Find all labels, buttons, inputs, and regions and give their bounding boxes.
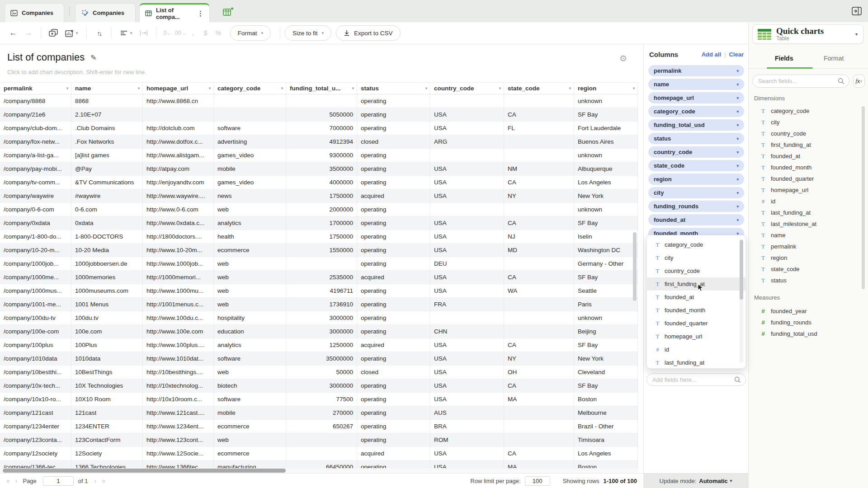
thousands-separator-button[interactable]: ,	[187, 25, 199, 41]
field-item-city[interactable]: Tcity	[749, 117, 868, 128]
table-cell[interactable]: /company/tv-comm...	[0, 176, 71, 189]
table-cell[interactable]: 8868	[71, 94, 143, 108]
table-cell[interactable]	[214, 108, 286, 122]
table-cell[interactable]: ecommerce	[214, 420, 286, 433]
table-cell[interactable]: analytics	[214, 338, 286, 352]
table-cell[interactable]: 2.10E+07	[71, 108, 143, 122]
table-cell[interactable]: 1000memories	[71, 271, 143, 284]
table-cell[interactable]	[504, 420, 574, 433]
page-number-input[interactable]	[43, 476, 74, 486]
column-header-name[interactable]: name▾	[71, 83, 143, 94]
table-cell[interactable]: 3500000	[286, 162, 357, 176]
table-cell[interactable]: http://www.100du.c...	[143, 311, 214, 325]
decrease-decimal-button[interactable]: .0←	[161, 25, 174, 41]
table-cell[interactable]: USA	[430, 379, 504, 393]
table-cell[interactable]	[504, 406, 574, 420]
table-cell[interactable]: operating	[357, 162, 430, 176]
field-item-founded_year[interactable]: #founded_year	[749, 305, 868, 317]
field-item-first_funding_at[interactable]: Tfirst_funding_at	[749, 139, 868, 150]
dropdown-item-first_funding_at[interactable]: Tfirst_funding_at	[647, 277, 745, 291]
table-cell[interactable]: /company/1000job...	[0, 257, 71, 271]
table-cell[interactable]: USA	[430, 162, 504, 176]
table-cell[interactable]: Timisoara	[574, 433, 638, 447]
table-cell[interactable]: operating	[357, 393, 430, 406]
dropdown-item-last_funding_at[interactable]: Tlast_funding_at	[647, 356, 745, 369]
table-cell[interactable]: closed	[357, 135, 430, 149]
table-cell[interactable]: ROM	[430, 433, 504, 447]
table-cell[interactable]: operating	[357, 122, 430, 135]
table-cell[interactable]: SF Bay	[574, 338, 638, 352]
table-cell[interactable]: /company/0-6-com	[0, 203, 71, 216]
column-header-homepage_url[interactable]: homepage_url▾	[143, 83, 214, 94]
table-cell[interactable]: New York	[574, 352, 638, 366]
column-chip-funding_rounds[interactable]: funding_rounds▾	[648, 201, 744, 212]
table-cell[interactable]: CA	[504, 108, 574, 122]
table-cell[interactable]	[286, 433, 357, 447]
table-cell[interactable]: /company/1-800-do...	[0, 230, 71, 244]
field-item-funding_rounds[interactable]: #funding_rounds	[749, 317, 868, 328]
column-header-funding_total_u...[interactable]: funding_total_u...▾	[286, 83, 357, 94]
table-cell[interactable]: 35000000	[286, 352, 357, 366]
table-cell[interactable]: biotech	[214, 379, 286, 393]
table-cell[interactable]: Washington DC	[574, 244, 638, 257]
table-cell[interactable]: software	[214, 393, 286, 406]
table-cell[interactable]: /company/100du-tv	[0, 311, 71, 325]
table-cell[interactable]: unknown	[574, 311, 638, 325]
currency-format-button[interactable]: $	[199, 25, 212, 41]
table-cell[interactable]: 2000000	[286, 203, 357, 216]
table-cell[interactable]: acquired	[357, 447, 430, 460]
table-cell[interactable]: 50000	[286, 366, 357, 379]
table-cell[interactable]: SF Bay	[574, 379, 638, 393]
table-cell[interactable]: http://1001menus.c...	[143, 298, 214, 311]
format-dropdown-button[interactable]: Format ▾	[230, 25, 271, 41]
table-cell[interactable]: 1550000	[286, 244, 357, 257]
table-cell[interactable]: http://www.0-6.com	[143, 203, 214, 216]
clear-link[interactable]: Clear	[729, 51, 744, 58]
table-cell[interactable]: 4196711	[286, 284, 357, 298]
table-cell[interactable]	[430, 94, 504, 108]
table-cell[interactable]: http://10x10room.c...	[143, 393, 214, 406]
table-cell[interactable]	[504, 135, 574, 149]
table-cell[interactable]: http://www.100plus....	[143, 338, 214, 352]
table-cell[interactable]: 1000museums.com	[71, 284, 143, 298]
table-cell[interactable]: CA	[504, 216, 574, 230]
table-cell[interactable]: CA	[504, 379, 574, 393]
table-cell[interactable]: operating	[357, 420, 430, 433]
table-cell[interactable]: 100e.com	[71, 325, 143, 338]
column-menu-caret-icon[interactable]: ▾	[499, 86, 501, 90]
table-cell[interactable]: 2535000	[286, 271, 357, 284]
table-cell[interactable]: /company/waywire	[0, 189, 71, 203]
table-cell[interactable]	[504, 257, 574, 271]
field-item-last_milestone_at[interactable]: Tlast_milestone_at	[749, 218, 868, 230]
add-fields-input[interactable]	[652, 376, 734, 383]
table-cell[interactable]: acquired	[357, 338, 430, 352]
horizontal-scrollbar-thumb[interactable]	[3, 469, 286, 473]
table-cell[interactable]	[430, 203, 504, 216]
table-cell[interactable]: 0xdata	[71, 216, 143, 230]
column-chip-category_code[interactable]: category_code▾	[648, 106, 744, 117]
chip-caret-icon[interactable]: ▾	[736, 150, 739, 155]
next-page-button[interactable]: ›	[94, 477, 97, 484]
table-cell[interactable]: /company/1234enter	[0, 420, 71, 433]
table-cell[interactable]: NY	[504, 189, 574, 203]
field-item-country_code[interactable]: Tcountry_code	[749, 128, 868, 139]
table-cell[interactable]: 10-20 Media	[71, 244, 143, 257]
table-cell[interactable]: /company/123conta...	[0, 433, 71, 447]
field-item-funding_total_usd[interactable]: #funding_total_usd	[749, 328, 868, 339]
chip-caret-icon[interactable]: ▾	[736, 69, 739, 73]
table-cell[interactable]: http://www.1010dat...	[143, 352, 214, 366]
table-cell[interactable]: AUS	[430, 406, 504, 420]
field-item-name[interactable]: Tname	[749, 230, 868, 241]
table-cell[interactable]: ecommerce	[214, 447, 286, 460]
field-item-status[interactable]: Tstatus	[749, 275, 868, 286]
table-cell[interactable]: operating	[357, 311, 430, 325]
table-cell[interactable]: SF Bay	[574, 108, 638, 122]
table-cell[interactable]: 10BestThings	[71, 366, 143, 379]
column-chip-funding_total_usd[interactable]: funding_total_usd▾	[648, 119, 744, 131]
table-cell[interactable]: 1700000	[286, 216, 357, 230]
table-cell[interactable]: BRA	[430, 420, 504, 433]
table-cell[interactable]: /company/pay-mobi...	[0, 162, 71, 176]
add-fields-searchbox[interactable]	[646, 373, 746, 386]
column-menu-caret-icon[interactable]: ▾	[138, 86, 140, 90]
column-header-permalink[interactable]: permalink▾	[0, 83, 71, 94]
